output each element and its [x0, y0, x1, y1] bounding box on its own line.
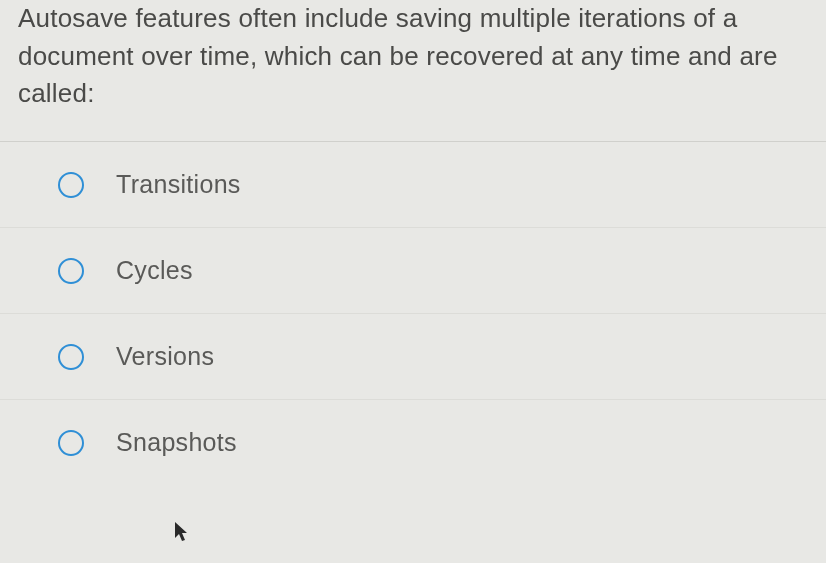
question-text: Autosave features often include saving m…: [18, 0, 808, 113]
radio-icon: [58, 172, 84, 198]
option-label: Cycles: [116, 256, 193, 285]
option-label: Snapshots: [116, 428, 237, 457]
option-snapshots[interactable]: Snapshots: [0, 400, 826, 485]
option-label: Transitions: [116, 170, 241, 199]
option-versions[interactable]: Versions: [0, 314, 826, 400]
radio-icon: [58, 258, 84, 284]
option-label: Versions: [116, 342, 214, 371]
option-transitions[interactable]: Transitions: [0, 142, 826, 228]
option-cycles[interactable]: Cycles: [0, 228, 826, 314]
question-block: Autosave features often include saving m…: [0, 0, 826, 142]
options-list: Transitions Cycles Versions Snapshots: [0, 142, 826, 485]
radio-icon: [58, 430, 84, 456]
mouse-cursor-icon: [175, 522, 191, 542]
radio-icon: [58, 344, 84, 370]
